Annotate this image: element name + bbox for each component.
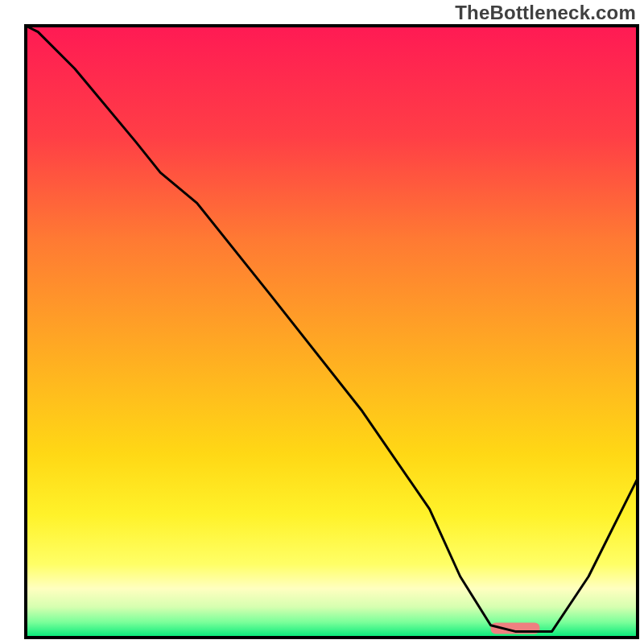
plot-background (26, 26, 638, 638)
bottleneck-chart (0, 0, 644, 644)
watermark-text: TheBottleneck.com (455, 2, 636, 24)
